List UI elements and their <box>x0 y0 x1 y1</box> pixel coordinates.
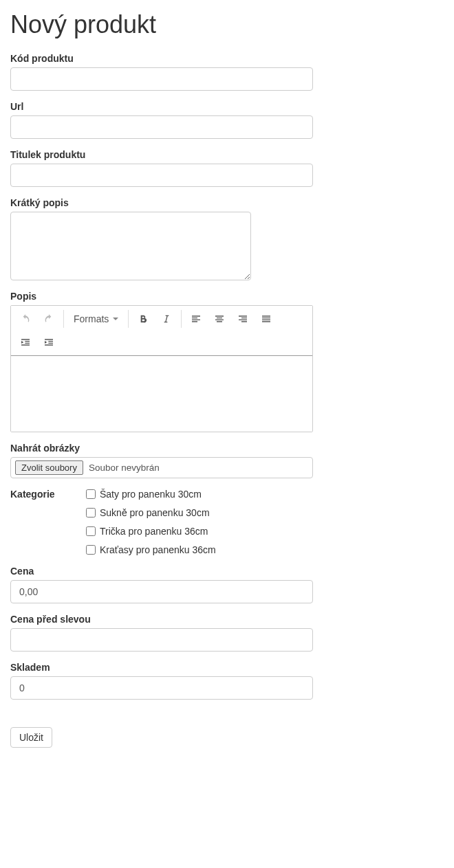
category-label: Sukně pro panenku 30cm <box>100 507 210 518</box>
desc-editor-body[interactable] <box>11 356 312 432</box>
category-option[interactable]: Šaty pro panenku 30cm <box>86 489 216 500</box>
label-category: Kategorie <box>10 489 55 500</box>
category-checkbox[interactable] <box>86 508 96 518</box>
category-checkbox[interactable] <box>86 489 96 499</box>
category-option[interactable]: Sukně pro panenku 30cm <box>86 507 216 518</box>
category-option[interactable]: Trička pro panenku 36cm <box>86 526 216 537</box>
file-input-wrap[interactable]: Zvolit soubory Soubor nevybrán <box>10 457 313 478</box>
category-checkbox[interactable] <box>86 526 96 536</box>
formats-label: Formats <box>74 313 109 324</box>
file-status-text: Soubor nevybrán <box>89 463 160 473</box>
url-input[interactable] <box>10 115 313 139</box>
outdent-icon[interactable] <box>14 332 37 353</box>
category-option[interactable]: Kraťasy pro panenku 36cm <box>86 544 216 555</box>
label-url: Url <box>10 101 23 112</box>
editor-toolbar: Formats <box>11 306 312 356</box>
bold-icon[interactable] <box>131 309 155 329</box>
redo-icon[interactable] <box>37 309 61 329</box>
code-input[interactable] <box>10 67 313 91</box>
align-center-icon[interactable] <box>208 309 231 329</box>
label-price: Cena <box>10 566 34 577</box>
stock-input[interactable] <box>10 676 313 700</box>
title-input[interactable] <box>10 164 313 187</box>
align-right-icon[interactable] <box>231 309 255 329</box>
category-label: Trička pro panenku 36cm <box>100 526 208 537</box>
label-title: Titulek produktu <box>10 149 85 160</box>
short-desc-textarea[interactable] <box>10 212 251 280</box>
category-checkbox[interactable] <box>86 545 96 555</box>
align-left-icon[interactable] <box>184 309 208 329</box>
rich-text-editor: Formats <box>10 305 313 432</box>
label-stock: Skladem <box>10 662 50 673</box>
label-short-desc: Krátký popis <box>10 197 69 208</box>
label-desc: Popis <box>10 291 36 302</box>
formats-dropdown[interactable]: Formats <box>67 309 125 329</box>
price-before-input[interactable] <box>10 628 313 652</box>
price-input[interactable] <box>10 580 313 603</box>
chevron-down-icon <box>113 318 118 320</box>
label-code: Kód produktu <box>10 53 74 64</box>
submit-button[interactable]: Uložit <box>10 727 52 748</box>
file-choose-button[interactable]: Zvolit soubory <box>15 460 83 475</box>
category-label: Šaty pro panenku 30cm <box>100 489 202 500</box>
align-justify-icon[interactable] <box>255 309 278 329</box>
italic-icon[interactable] <box>155 309 178 329</box>
indent-icon[interactable] <box>37 332 61 353</box>
page-title: Nový produkt <box>10 10 444 39</box>
label-upload: Nahrát obrázky <box>10 443 80 454</box>
undo-icon[interactable] <box>14 309 37 329</box>
category-label: Kraťasy pro panenku 36cm <box>100 544 216 555</box>
label-price-before: Cena před slevou <box>10 614 91 625</box>
category-list: Šaty pro panenku 30cmSukně pro panenku 3… <box>86 489 216 555</box>
